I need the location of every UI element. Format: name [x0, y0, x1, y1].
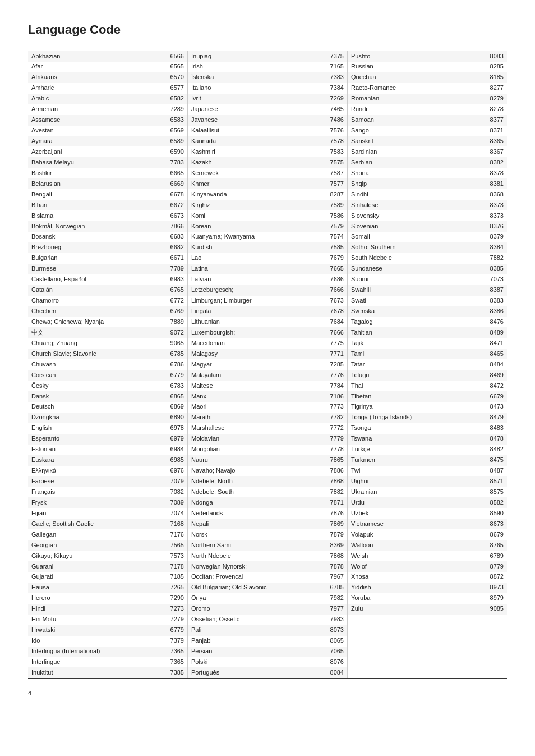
table-row: Afar6565	[28, 62, 187, 72]
table-row: Malagasy7771	[188, 349, 347, 359]
language-code: 8483	[482, 424, 504, 433]
table-row: Sardinian8367	[348, 146, 507, 157]
language-code: 8367	[482, 148, 504, 157]
language-code: 8371	[482, 126, 504, 135]
table-row: Komi7586	[188, 210, 347, 221]
language-code: 7585	[322, 243, 344, 252]
table-row: Serbian8382	[348, 157, 507, 168]
language-name: Telugu	[351, 371, 482, 380]
table-row: Occitan; Provencal7967	[188, 572, 347, 583]
language-name: Oromo	[191, 604, 322, 613]
language-name: Letzeburgesch;	[191, 286, 322, 295]
language-name: Latvian	[191, 275, 322, 284]
language-name: Belarusian	[31, 180, 163, 189]
language-code: 7577	[322, 180, 344, 189]
column-3: Pushto8083Russian8285Quechua8185Raeto-Ro…	[348, 51, 507, 678]
language-code: 7082	[163, 488, 184, 497]
language-code: 8476	[482, 318, 504, 327]
table-row: Castellano, Español6983	[28, 274, 187, 285]
language-code: 8386	[482, 307, 504, 316]
language-name: Kernewek	[191, 169, 322, 178]
table-row: Gaelic; Scottish Gaelic7168	[28, 519, 187, 529]
language-code: 7589	[322, 201, 344, 210]
language-code: 7073	[482, 275, 504, 284]
language-code: 6765	[163, 286, 184, 295]
language-name: Shona	[351, 169, 482, 178]
language-name: Hiri Motu	[31, 615, 163, 624]
language-name: Armenian	[31, 105, 163, 114]
table-row: Interlingua (International)7365	[28, 647, 187, 657]
language-code: 7869	[322, 520, 344, 529]
column-2: Inupiaq7375Irish7165Íslenska7383Italiano…	[188, 51, 348, 678]
language-name: Français	[31, 488, 163, 497]
language-code: 8076	[322, 658, 344, 667]
language-code: 6984	[163, 445, 184, 454]
table-row: Swati8383	[348, 296, 507, 306]
language-code: 7778	[322, 445, 344, 454]
table-row: Bashkir6665	[28, 168, 187, 178]
language-name: Kannada	[191, 137, 322, 146]
language-name: Church Slavic; Slavonic	[31, 350, 163, 359]
language-code: 6565	[163, 62, 184, 71]
language-code: 8381	[482, 180, 504, 189]
language-code: 7776	[322, 371, 344, 380]
language-name: Thai	[351, 382, 482, 391]
language-name: Bulgarian	[31, 254, 163, 263]
language-code: 8377	[482, 116, 504, 125]
language-name: Guarani	[31, 562, 163, 571]
language-name: Pushto	[351, 52, 482, 61]
language-name: Sundanese	[351, 264, 482, 273]
language-name: Rundi	[351, 105, 482, 114]
table-row: Slovenian8376	[348, 221, 507, 232]
language-name: Estonian	[31, 445, 163, 454]
language-code: 6570	[163, 73, 184, 82]
language-code: 7290	[163, 594, 184, 603]
language-code: 7886	[322, 466, 344, 475]
language-code: 7775	[322, 339, 344, 348]
language-name: Maltese	[191, 382, 322, 391]
language-name: Tajik	[351, 339, 482, 348]
table-row: Bengali6678	[28, 189, 187, 200]
language-name: Hausa	[31, 583, 163, 592]
language-name: Russian	[351, 62, 482, 71]
language-code: 7673	[322, 296, 344, 305]
language-name: Komi	[191, 212, 322, 221]
language-code: 7265	[163, 583, 184, 592]
language-name: Assamese	[31, 116, 163, 125]
table-row: Ndebele, North7868	[188, 476, 347, 487]
language-name: Chuang; Zhuang	[31, 339, 163, 348]
table-row: Česky6783	[28, 381, 187, 391]
table-row: Korean7579	[188, 221, 347, 232]
language-name: Dzongkha	[31, 413, 163, 422]
table-row: Ndebele, South7882	[188, 487, 347, 497]
language-code: 7586	[322, 212, 344, 221]
language-name: Raeto-Romance	[351, 84, 482, 93]
language-name: Marathi	[191, 413, 322, 422]
language-code: 7273	[163, 604, 184, 613]
language-name: Esperanto	[31, 434, 163, 443]
table-row: Suomi7073	[348, 274, 507, 285]
table-row: Macedonian7775	[188, 338, 347, 349]
table-row: Dzongkha6890	[28, 413, 187, 423]
language-code: 8084	[322, 668, 344, 677]
language-name: Maori	[191, 402, 322, 411]
language-name: Xhosa	[351, 572, 482, 581]
language-code: 6789	[482, 552, 504, 561]
table-row: Pali8073	[188, 625, 347, 636]
table-row: Svenska8386	[348, 306, 507, 317]
language-name: Frysk	[31, 498, 163, 507]
language-code: 8285	[482, 62, 504, 71]
table-row: Lingala7678	[188, 306, 347, 317]
table-row: Gikuyu; Kikuyu7573	[28, 551, 187, 561]
language-code: 7079	[163, 477, 184, 486]
language-code: 7384	[322, 84, 344, 93]
language-code: 8385	[482, 264, 504, 273]
table-row: Herero7290	[28, 593, 187, 604]
language-code: 6779	[163, 371, 184, 380]
table-row: Français7082	[28, 487, 187, 497]
language-name: Gujarati	[31, 572, 163, 581]
table-row: Kuanyama; Kwanyama7574	[188, 232, 347, 242]
language-code: 7784	[322, 382, 344, 391]
language-name: Chamorro	[31, 296, 163, 305]
language-name: Fijian	[31, 509, 163, 518]
